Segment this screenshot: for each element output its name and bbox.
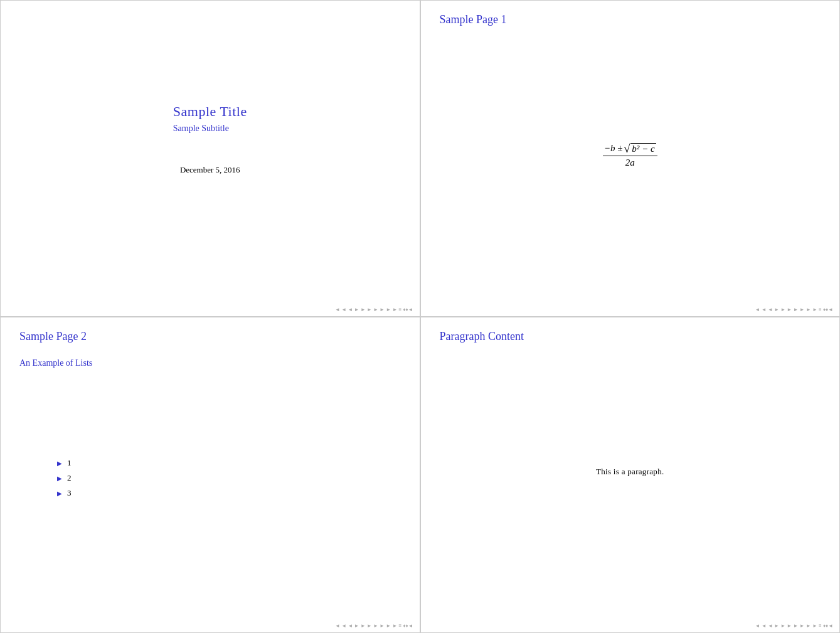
list-item: ▶ 3 bbox=[57, 488, 401, 498]
paragraph-page-title: Paragraph Content bbox=[440, 330, 821, 343]
list-item: ▶ 1 bbox=[57, 458, 401, 468]
nav-controls-3[interactable]: ◄ ◄ ◄ ► ► ► ► ► ► ► ≡ ♦♦◄ bbox=[335, 623, 413, 629]
slide-4-paragraph: Paragraph Content This is a paragraph. ◄… bbox=[420, 317, 841, 634]
math-numerator: −b ± √ b² − c bbox=[603, 143, 657, 156]
nav-bar-2: ◄ ◄ ◄ ► ► ► ► ► ► ► ≡ ♦♦◄ bbox=[421, 307, 840, 312]
bullet-1: ▶ bbox=[57, 460, 62, 467]
nav-controls-2[interactable]: ◄ ◄ ◄ ► ► ► ► ► ► ► ≡ ♦♦◄ bbox=[755, 307, 833, 312]
paragraph-content: This is a paragraph. bbox=[440, 356, 821, 589]
list-item-label-2: 2 bbox=[67, 473, 72, 483]
math-denominator: 2a bbox=[625, 156, 635, 168]
math-content: −b ± √ b² − c 2a bbox=[440, 39, 821, 272]
main-subtitle: Sample Subtitle bbox=[173, 124, 247, 134]
slide-2-page1: Sample Page 1 −b ± √ b² − c 2a ◄ ◄ ◄ ► ►… bbox=[420, 0, 841, 317]
list-item: ▶ 2 bbox=[57, 473, 401, 483]
nav-bar-3: ◄ ◄ ◄ ► ► ► ► ► ► ► ≡ ♦♦◄ bbox=[1, 623, 420, 629]
main-title: Sample Title bbox=[173, 104, 247, 120]
bullet-2: ▶ bbox=[57, 475, 62, 482]
title-block: Sample Title Sample Subtitle December 5,… bbox=[173, 104, 247, 175]
bullet-3: ▶ bbox=[57, 490, 62, 497]
nav-controls-1[interactable]: ◄ ◄ ◄ ► ► ► ► ► ► ► ≡ ♦♦◄ bbox=[335, 307, 413, 312]
sqrt-sign: √ bbox=[624, 143, 630, 154]
sqrt-container: √ b² − c bbox=[624, 143, 656, 154]
page2-title: Sample Page 2 bbox=[19, 330, 401, 343]
sqrt-content: b² − c bbox=[630, 143, 656, 154]
list-content: ▶ 1 ▶ 2 ▶ 3 bbox=[19, 368, 401, 589]
page1-title: Sample Page 1 bbox=[440, 13, 821, 26]
slide-3-page2: Sample Page 2 An Example of Lists ▶ 1 ▶ … bbox=[0, 317, 420, 634]
slide-1-title: Sample Title Sample Subtitle December 5,… bbox=[0, 0, 420, 317]
numerator-text: −b ± bbox=[604, 143, 623, 154]
nav-controls-4[interactable]: ◄ ◄ ◄ ► ► ► ► ► ► ► ≡ ♦♦◄ bbox=[755, 623, 833, 629]
section-title: An Example of Lists bbox=[19, 358, 401, 368]
nav-bar-4: ◄ ◄ ◄ ► ► ► ► ► ► ► ≡ ♦♦◄ bbox=[421, 623, 840, 629]
paragraph-text: This is a paragraph. bbox=[596, 467, 664, 477]
list-item-label-1: 1 bbox=[67, 458, 72, 468]
slide-date: December 5, 2016 bbox=[173, 165, 247, 175]
list-item-label-3: 3 bbox=[67, 488, 72, 498]
nav-bar-1: ◄ ◄ ◄ ► ► ► ► ► ► ► ≡ ♦♦◄ bbox=[1, 307, 420, 312]
quadratic-formula: −b ± √ b² − c 2a bbox=[603, 143, 657, 168]
